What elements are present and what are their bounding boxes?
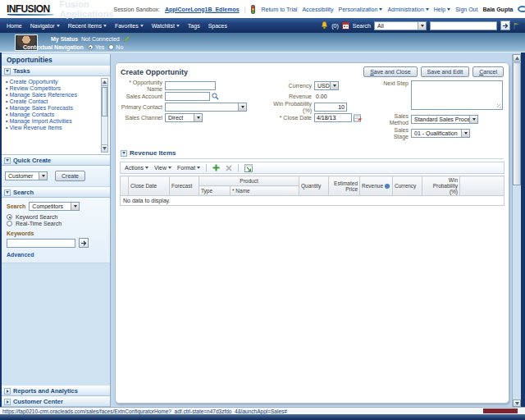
format-menu[interactable]: Format	[177, 165, 200, 171]
quick-create-type-select[interactable]: Customer	[5, 171, 48, 180]
column-revenue[interactable]: Revenue	[360, 176, 393, 196]
realtime-search-radio[interactable]: Real-Time Search	[7, 221, 107, 226]
help-menu[interactable]: Help	[434, 7, 450, 12]
actions-menu[interactable]: Actions	[125, 165, 148, 171]
nav-favorites[interactable]: Favorites	[115, 23, 144, 29]
primary-contact-combo[interactable]	[165, 103, 247, 112]
chevron-down-icon[interactable]	[121, 150, 127, 157]
column-quantity[interactable]: Quantity	[299, 176, 329, 196]
chevron-down-icon[interactable]	[4, 68, 11, 75]
column-name[interactable]: * Name	[231, 186, 299, 196]
opportunity-name-input[interactable]	[165, 81, 216, 90]
close-date-input[interactable]	[314, 113, 352, 122]
scroll-up-icon[interactable]	[513, 54, 521, 62]
keywords-input[interactable]	[7, 239, 75, 248]
administration-menu[interactable]: Administration	[387, 7, 428, 12]
search-icon[interactable]	[212, 93, 219, 100]
scroll-down-icon[interactable]	[102, 144, 107, 152]
cancel-button[interactable]: Cancel	[472, 66, 504, 77]
search-panel-header[interactable]: Search	[2, 187, 110, 198]
chevron-right-icon[interactable]	[4, 388, 11, 395]
chevron-down-icon[interactable]	[4, 158, 11, 164]
reports-analytics-panel-header[interactable]: Reports and Analytics	[2, 386, 110, 396]
scroll-thumb[interactable]	[513, 62, 521, 185]
search-object-select[interactable]: Competitors	[29, 202, 80, 211]
chevron-right-icon[interactable]	[4, 399, 11, 405]
page-title: Create Opportunity	[121, 68, 188, 76]
view-menu[interactable]: View	[154, 165, 171, 171]
task-manage-import-activities[interactable]: Manage Import Activities	[9, 118, 71, 124]
save-and-edit-button[interactable]: Save and Edit	[421, 66, 470, 77]
quick-create-button[interactable]: Create	[55, 171, 85, 181]
column-type[interactable]: Type	[199, 186, 231, 196]
delete-row-icon	[226, 165, 232, 171]
search-go-button[interactable]	[500, 21, 510, 30]
calendar-icon[interactable]	[342, 22, 349, 30]
notifications-bell-icon[interactable]	[321, 21, 328, 30]
global-search-input[interactable]	[430, 21, 497, 30]
task-create-opportunity[interactable]: Create Opportunity	[9, 79, 57, 84]
save-and-close-button[interactable]: Save and Close	[363, 66, 417, 77]
column-currency[interactable]: Currency	[393, 176, 422, 196]
add-row-icon[interactable]	[212, 164, 220, 171]
column-estimated-price[interactable]: Estimated Price	[329, 176, 360, 196]
nav-spaces[interactable]: Spaces	[208, 23, 227, 29]
sales-account-label: Sales Account	[117, 94, 165, 100]
task-manage-sales-references[interactable]: Manage Sales References	[9, 92, 77, 98]
notification-count: (0)	[331, 23, 339, 29]
nav-watchlist[interactable]: Watchlist	[152, 23, 180, 29]
chevron-down-icon[interactable]	[4, 189, 11, 196]
date-picker-icon[interactable]	[354, 114, 362, 122]
column-group-product[interactable]: Product	[199, 176, 299, 186]
search-scope-select[interactable]: All	[374, 21, 427, 30]
task-manage-sales-forecasts[interactable]: Manage Sales Forecasts	[9, 105, 72, 111]
customer-center-panel-header[interactable]: Customer Center	[2, 396, 110, 407]
advanced-search-link[interactable]: Advanced	[7, 252, 34, 258]
edit-status-pencil-icon[interactable]	[123, 35, 130, 43]
revenue-items-table: Close Date Forecast Product Quantity Est…	[120, 176, 504, 206]
page-scrollbar[interactable]	[512, 54, 521, 407]
return-to-trial-link[interactable]: Return to Trial	[261, 7, 297, 12]
next-step-textarea[interactable]	[411, 80, 503, 110]
sidebar-filler	[2, 263, 110, 386]
sales-stage-select[interactable]: 01 - Qualification	[411, 129, 470, 138]
detach-icon[interactable]	[244, 164, 253, 172]
sales-account-input[interactable]	[165, 92, 210, 101]
keyword-search-radio[interactable]: Keyword Search	[7, 214, 107, 220]
column-forecast[interactable]: Forecast	[170, 176, 199, 196]
task-create-contact[interactable]: Create Contact	[9, 98, 48, 104]
accessibility-link[interactable]: Accessibility	[302, 7, 333, 12]
nav-tags[interactable]: Tags	[188, 23, 200, 29]
currency-select[interactable]: USD	[314, 81, 339, 90]
revenue-info-icon[interactable]	[385, 184, 390, 189]
task-manage-contacts[interactable]: Manage Contacts	[9, 112, 54, 117]
quick-create-panel-header[interactable]: Quick Create	[2, 155, 110, 166]
contextual-nav-no-radio[interactable]: No	[108, 44, 123, 50]
contextual-nav-yes-radio[interactable]: Yes	[88, 44, 104, 50]
scroll-down-icon[interactable]	[513, 399, 521, 407]
column-close-date[interactable]: Close Date	[129, 176, 170, 196]
resize-grip-icon[interactable]	[497, 104, 501, 108]
personalization-menu[interactable]: Personalization	[339, 7, 383, 12]
search-flag-icon[interactable]	[514, 22, 520, 30]
win-probability-input[interactable]	[314, 103, 347, 112]
task-view-revenue-items[interactable]: View Revenue Items	[9, 125, 62, 130]
scroll-up-icon[interactable]	[102, 79, 107, 86]
status-url: https://fap0210-crm.oracleads.com/sales/…	[2, 409, 287, 414]
table-row: No data to display.	[121, 196, 504, 206]
session-sandbox-link[interactable]: ApplCoreLong1B_Edlemos	[165, 7, 240, 12]
logged-in-user: Bala Gupta	[482, 7, 513, 12]
sign-out-link[interactable]: Sign Out	[455, 7, 477, 12]
column-win-probability[interactable]: Win Probability (%)	[422, 176, 460, 196]
task-review-competitors[interactable]: Review Competitors	[9, 85, 61, 91]
sales-method-select[interactable]: Standard Sales Process	[411, 115, 478, 124]
keywords-go-button[interactable]	[79, 238, 89, 248]
nav-navigator[interactable]: Navigator	[30, 23, 60, 29]
scroll-thumb[interactable]	[102, 87, 107, 116]
revenue-items-header[interactable]: Revenue Items	[121, 149, 504, 159]
sales-channel-select[interactable]: Direct	[165, 113, 203, 122]
nav-recent-items[interactable]: Recent Items	[68, 23, 107, 29]
nav-home[interactable]: Home	[7, 23, 22, 29]
tasks-scrollbar[interactable]	[101, 78, 108, 153]
tasks-panel-header[interactable]: Tasks	[2, 66, 110, 76]
